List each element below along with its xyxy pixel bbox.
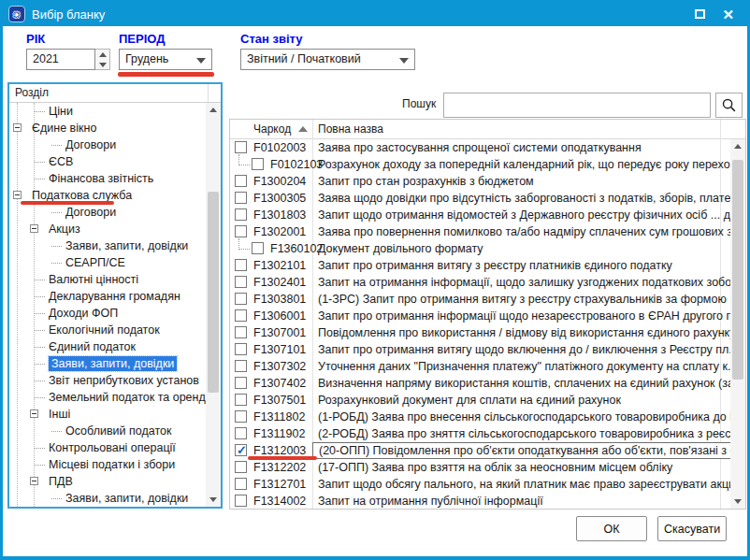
collapse-toggle-icon[interactable] bbox=[30, 477, 38, 485]
column-header-name[interactable]: Повна назва bbox=[318, 120, 383, 138]
scroll-up-icon[interactable] bbox=[206, 103, 221, 117]
tree-item[interactable]: Контрольовані операції bbox=[9, 439, 206, 456]
period-combobox[interactable]: Грудень bbox=[119, 49, 212, 70]
tree-item[interactable]: Єдиний податок bbox=[9, 338, 206, 355]
row-checkbox[interactable] bbox=[235, 259, 247, 271]
table-row[interactable]: F1306001 Запит про отримання інформації … bbox=[230, 308, 730, 324]
table-row[interactable]: F1312202 (17-ОПП) Заява про взяття на об… bbox=[230, 459, 730, 476]
row-code: F1301803 bbox=[253, 207, 306, 223]
tree-item[interactable]: Екологічний податок bbox=[9, 322, 206, 338]
tree-item[interactable]: Земельний податок та оренда bbox=[9, 389, 206, 406]
year-input[interactable]: 2021 bbox=[26, 49, 95, 70]
table-row[interactable]: F1302401 Запит на отримання інформації, … bbox=[230, 274, 730, 291]
row-checkbox[interactable] bbox=[235, 225, 247, 237]
ok-button[interactable]: ОК bbox=[576, 516, 647, 541]
table-row[interactable]: F1307101 Запит про отримання витягу щодо… bbox=[230, 341, 730, 358]
spin-down-icon[interactable] bbox=[95, 60, 109, 70]
maximize-icon[interactable] bbox=[695, 9, 705, 19]
tree-item[interactable]: Доходи ФОП bbox=[9, 305, 206, 322]
row-checkbox[interactable] bbox=[235, 444, 247, 456]
table-row[interactable]: F1307402 Визначення напряму використання… bbox=[230, 375, 730, 392]
tree-item[interactable]: Декларування громадян bbox=[9, 288, 206, 305]
search-input[interactable] bbox=[443, 93, 711, 118]
row-checkbox[interactable] bbox=[252, 242, 264, 254]
row-checkbox[interactable] bbox=[235, 394, 247, 406]
row-checkbox[interactable] bbox=[235, 410, 247, 423]
row-checkbox[interactable] bbox=[235, 326, 247, 338]
tree-item[interactable]: Договори bbox=[9, 136, 206, 153]
table-row[interactable]: F1301803 Запит щодо отримання відомостей… bbox=[230, 207, 730, 223]
table-row[interactable]: F1312003 (20-ОПП) Повідомлення про об'єк… bbox=[230, 442, 730, 459]
tree-item[interactable]: Місцеві податки і збори bbox=[9, 456, 206, 473]
table-row[interactable]: F1311902 (2-РОБД) Заява про зняття сільс… bbox=[230, 425, 730, 442]
table-row[interactable]: F1314002 Запит на отримання публічної ін… bbox=[230, 493, 730, 509]
row-checkbox[interactable] bbox=[235, 141, 247, 153]
table-row[interactable]: F0102103 Розрахунок доходу за попередній… bbox=[230, 156, 730, 173]
row-checkbox[interactable] bbox=[235, 495, 247, 507]
row-checkbox[interactable] bbox=[235, 192, 247, 204]
collapse-toggle-icon[interactable] bbox=[13, 191, 22, 199]
tree-item[interactable]: Податкова служба bbox=[9, 187, 206, 204]
table-row[interactable]: F1307501 Розрахунковий документ для спла… bbox=[230, 392, 730, 409]
scroll-down-icon[interactable] bbox=[206, 493, 221, 507]
tree-item[interactable]: Валютні цінності bbox=[9, 271, 206, 288]
tree-item[interactable]: Договори bbox=[9, 204, 206, 221]
search-button[interactable] bbox=[715, 93, 743, 118]
scroll-up-icon[interactable] bbox=[730, 139, 745, 153]
table-scrollbar[interactable] bbox=[730, 139, 745, 509]
table-row[interactable]: F1360102 Документ довільного формату bbox=[230, 240, 730, 257]
row-code: F1307001 bbox=[253, 324, 306, 341]
tree-item[interactable]: Заяви, запити, довідки bbox=[9, 490, 206, 507]
tree-item-label: Екологічний податок bbox=[49, 323, 160, 337]
tree-item[interactable]: ПДВ bbox=[9, 473, 206, 490]
tree-item[interactable]: Заяви, запити, довідки bbox=[9, 237, 206, 254]
collapse-toggle-icon[interactable] bbox=[30, 224, 38, 233]
row-checkbox[interactable] bbox=[235, 377, 247, 389]
collapse-toggle-icon[interactable] bbox=[13, 123, 22, 132]
tree-item[interactable]: Звіт неприбуткових установ bbox=[9, 372, 206, 389]
tree-item[interactable]: СЕАРП/СЕ bbox=[9, 254, 206, 271]
cancel-button[interactable]: Скасувати bbox=[657, 516, 727, 541]
tree-item[interactable]: Фінансова звітність bbox=[9, 170, 206, 187]
table-scrollbar-thumb[interactable] bbox=[732, 160, 743, 380]
row-checkbox[interactable] bbox=[235, 427, 247, 439]
table-row[interactable]: F1300305 Заява щодо довідки про відсутні… bbox=[230, 190, 730, 207]
tree-item[interactable]: Особливий податок bbox=[9, 423, 206, 439]
table-row[interactable]: F1303801 (1-ЗРС) Запит про отримання вит… bbox=[230, 291, 730, 308]
row-checkbox[interactable] bbox=[235, 276, 247, 288]
year-spinner[interactable] bbox=[95, 49, 110, 70]
report-state-combobox[interactable]: Звітний / Початковий bbox=[240, 49, 415, 70]
table-row[interactable]: F1311802 (1-РОБД) Заява про внесення сіл… bbox=[230, 409, 730, 425]
table-row[interactable]: F1312701 Запит щодо обсягу пального, на … bbox=[230, 476, 730, 493]
row-checkbox[interactable] bbox=[235, 343, 247, 355]
tree-item[interactable]: Єдине вікно bbox=[9, 120, 206, 136]
collapse-toggle-icon[interactable] bbox=[30, 409, 38, 418]
table-row[interactable]: F1302101 Запит про отримання витягу з ре… bbox=[230, 257, 730, 274]
table-row[interactable]: F1300204 Запит про стан розрахунків з бю… bbox=[230, 173, 730, 190]
row-name: Запит щодо отримання відомостей з Держав… bbox=[318, 207, 730, 223]
table-row[interactable]: F1302001 Заява про повернення помилково … bbox=[230, 223, 730, 240]
close-icon[interactable]: ✕ bbox=[722, 7, 734, 22]
row-checkbox[interactable] bbox=[235, 175, 247, 187]
tree-item[interactable]: Акциз bbox=[9, 221, 206, 237]
tree-scrollbar-thumb[interactable] bbox=[208, 192, 219, 393]
table-row[interactable]: F1307302 Уточнення даних "Призначення пл… bbox=[230, 358, 730, 375]
tree-item[interactable]: ЄСВ bbox=[9, 153, 206, 170]
tree-scrollbar[interactable] bbox=[206, 103, 221, 507]
spin-up-icon[interactable] bbox=[95, 50, 109, 60]
row-checkbox[interactable] bbox=[235, 293, 247, 305]
tree-item-label: Фінансова звітність bbox=[49, 172, 153, 185]
row-checkbox[interactable] bbox=[235, 309, 247, 322]
row-checkbox[interactable] bbox=[235, 208, 247, 221]
tree-item[interactable]: Заяви, запити, довідки bbox=[9, 355, 206, 372]
table-row[interactable]: F0102003 Заява про застосування спрощено… bbox=[230, 139, 730, 156]
table-row[interactable]: F1307001 Повідомлення про використання /… bbox=[230, 324, 730, 341]
row-checkbox[interactable] bbox=[252, 158, 264, 170]
scroll-down-icon[interactable] bbox=[730, 495, 745, 509]
tree-item[interactable]: Інші bbox=[9, 406, 206, 423]
row-checkbox[interactable] bbox=[235, 461, 247, 473]
row-checkbox[interactable] bbox=[235, 360, 247, 372]
row-checkbox[interactable] bbox=[235, 478, 247, 490]
tree-item[interactable]: Ціни bbox=[9, 103, 206, 120]
column-header-code[interactable]: Чаркод bbox=[253, 120, 308, 138]
